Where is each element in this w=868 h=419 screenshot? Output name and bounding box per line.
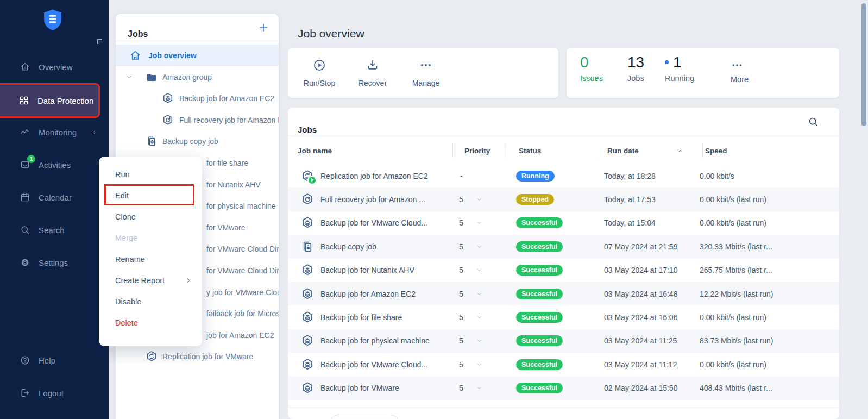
help-icon-wrap [19, 354, 31, 366]
menu-item-create-report[interactable]: Create Report [99, 270, 202, 291]
speed-value: 0.00 kbit/s [700, 172, 734, 180]
sidebar-item-calendar[interactable]: Calendar [0, 185, 109, 209]
table-row-backup-job-for-file-share[interactable]: Backup job for file share5Successful03 M… [288, 305, 839, 329]
sort-chevron-down-icon[interactable] [676, 147, 683, 154]
priority-dropdown-chevron-icon[interactable] [476, 290, 483, 297]
sidebar-item-logout[interactable]: Logout [0, 381, 109, 405]
sidebar-item-monitoring[interactable]: Monitoring [0, 120, 109, 144]
tree-item-label: failback job for Microso [206, 309, 279, 318]
column-header-priority[interactable]: Priority [464, 136, 490, 165]
table-search-button[interactable] [806, 114, 821, 129]
menu-item-merge[interactable]: Merge [99, 227, 202, 248]
table-row-backup-job-for-vmware-cloud[interactable]: Backup job for VMware Cloud...5Successfu… [288, 353, 839, 376]
sidebar-item-label: Monitoring [39, 128, 77, 137]
tree-item-full-recovery-job-for-amazon-e[interactable]: Full recovery job for Amazon E [116, 109, 279, 131]
tree-item-job-overview[interactable]: Job overview [116, 45, 279, 66]
speed-value: 408.43 Mbit/s (last r... [700, 384, 772, 392]
run-date: Today, at 17:53 [604, 195, 656, 204]
recover-button[interactable]: Recover [354, 58, 391, 87]
priority-dropdown-chevron-icon[interactable] [476, 314, 483, 321]
column-header-speed[interactable]: Speed [705, 136, 727, 165]
backup-icon [300, 216, 315, 230]
menu-item-run[interactable]: Run [99, 164, 202, 185]
table-row-backup-job-for-vmware[interactable]: Backup job for VMware5Successful02 May 2… [288, 377, 839, 400]
sidebar-item-activities[interactable]: 1Activities [0, 153, 109, 177]
priority-dropdown-chevron-icon[interactable] [476, 385, 483, 392]
tree-item-amazon-group[interactable]: Amazon group [116, 66, 279, 88]
stat-running[interactable]: 1Running [665, 48, 694, 98]
table-row-backup-job-for-vmware-cloud[interactable]: Backup job for VMware Cloud...5Successfu… [288, 211, 839, 235]
tree-item-label: for file share [206, 159, 248, 167]
sidebar-item-data-protection[interactable]: Data Protection [0, 83, 100, 118]
priority-dropdown-chevron-icon[interactable] [476, 196, 483, 203]
logout-icon [20, 387, 30, 398]
priority-dropdown-chevron-icon[interactable] [476, 220, 483, 227]
replication-icon-wrap [145, 350, 158, 363]
ellipsis-icon [419, 58, 433, 72]
table-row-backup-job-for-nutanix-ahv[interactable]: Backup job for Nutanix AHV5Successful03 … [288, 259, 839, 282]
plus-icon [257, 22, 269, 34]
stat-jobs[interactable]: 13Jobs [627, 48, 644, 98]
table-row-backup-copy-job[interactable]: Backup copy job5Successful07 May 2024 at… [288, 235, 839, 258]
expander-chevron-down-icon[interactable] [125, 73, 133, 81]
priority-dropdown-chevron-icon[interactable] [476, 267, 483, 274]
sidebar-item-help[interactable]: Help [0, 348, 109, 372]
column-header-run-date[interactable]: Run date [607, 136, 639, 165]
stat-issues[interactable]: 0Issues [580, 48, 603, 98]
column-header-status[interactable]: Status [519, 136, 541, 165]
menu-item-delete[interactable]: Delete [99, 312, 202, 333]
stat-value: 13 [627, 53, 644, 72]
sidebar-item-search[interactable]: Search [0, 218, 109, 242]
menu-item-rename[interactable]: Rename [99, 248, 202, 270]
menu-item-edit[interactable]: Edit [99, 185, 202, 206]
copy-icon [300, 240, 315, 254]
backup-icon-wrap [161, 92, 174, 105]
home-icon [129, 49, 142, 62]
tree-item-label: for VMware Cloud Direc [206, 245, 279, 253]
toolbar-button-label: Run/Stop [304, 79, 335, 87]
menu-item-label: Rename [115, 255, 145, 264]
column-header-job-name[interactable]: Job name [298, 136, 332, 165]
status-badge: Successful [516, 312, 563, 323]
table-row-backup-job-for-amazon-ec2[interactable]: Backup job for Amazon EC25Successful03 M… [288, 282, 839, 305]
page-scrollbar-thumb[interactable] [861, 3, 866, 126]
ellipsis-icon-wrap [419, 58, 433, 74]
add-job-button[interactable] [257, 21, 270, 34]
home-icon-wrap [129, 49, 142, 62]
sidebar-item-overview[interactable]: Overview [0, 55, 109, 79]
backup-icon [300, 358, 315, 372]
stat-label: Jobs [627, 74, 644, 83]
table-header-row: Job namePriorityStatusRun dateSpeed [288, 136, 839, 165]
run-date: 03 May 2024 at 17:10 [604, 266, 677, 274]
pagination-button[interactable] [330, 415, 399, 419]
speed-value: 265.75 Mbit/s (last r... [700, 266, 772, 274]
backup-icon-wrap [300, 310, 315, 324]
tree-item-backup-copy-job[interactable]: Backup copy job [116, 130, 279, 152]
menu-item-disable[interactable]: Disable [99, 291, 202, 312]
table-row-full-recovery-job-for-amazon[interactable]: Full recovery job for Amazon ...5Stopped… [288, 187, 839, 211]
priority-value: 5 [454, 313, 469, 322]
inbox-icon-wrap: 1 [19, 159, 31, 171]
collapse-chevron-left-icon[interactable] [91, 129, 98, 136]
tree-item-backup-job-for-amazon-ec2[interactable]: Backup job for Amazon EC2 [116, 87, 279, 109]
copy-icon-wrap [300, 240, 315, 254]
priority-dropdown-chevron-icon[interactable] [476, 243, 483, 250]
jobs-table-card: Jobs Job namePriorityStatusRun dateSpeed… [288, 108, 839, 419]
table-row-replication-job-for-amazon-ec2[interactable]: Replication job for Amazon EC2-RunningTo… [288, 164, 839, 187]
run-stop-button[interactable]: Run/Stop [301, 58, 338, 87]
manage-button[interactable]: Manage [407, 58, 444, 87]
tree-item-label: Amazon group [162, 73, 212, 82]
priority-dropdown-chevron-icon[interactable] [476, 361, 483, 368]
chev-down-icon [476, 361, 483, 368]
tree-item-replication-job-for-vmware[interactable]: Replication job for VMware [116, 346, 279, 367]
menu-item-clone[interactable]: Clone [99, 206, 202, 227]
stat-more[interactable]: More [731, 48, 749, 98]
priority-value: 5 [454, 266, 469, 274]
table-row-backup-job-for-physical-machine[interactable]: Backup job for physical machine5Successf… [288, 329, 839, 353]
backup-icon-wrap [300, 216, 315, 230]
tree-item-label: job for Amazon EC2 [206, 331, 274, 340]
run-date: 02 May 2024 at 15:50 [604, 384, 677, 392]
priority-value: 5 [454, 242, 469, 251]
priority-dropdown-chevron-icon[interactable] [476, 337, 483, 345]
sidebar-item-settings[interactable]: Settings [0, 251, 109, 274]
